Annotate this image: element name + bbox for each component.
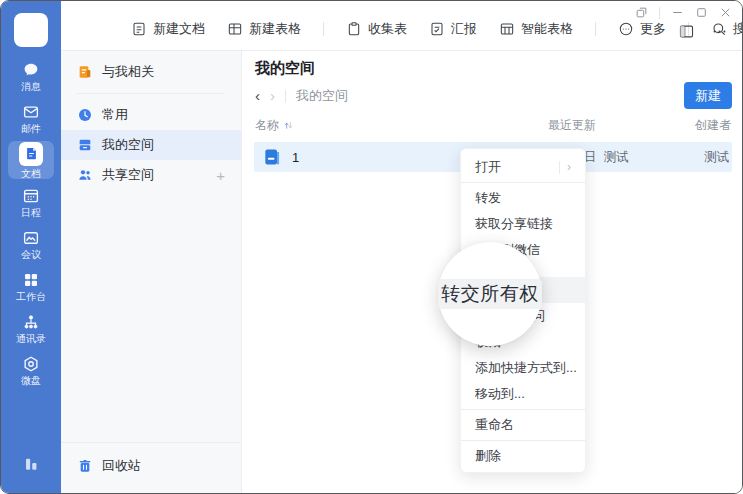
rail-item-contacts[interactable]: 通讯录	[8, 309, 54, 347]
clock-icon	[77, 107, 93, 123]
panel-toggle-icon[interactable]	[678, 23, 695, 40]
add-shared-space-button[interactable]: +	[216, 168, 225, 183]
rail-label: 邮件	[21, 123, 41, 134]
sidebar-item-trash[interactable]: 回收站	[61, 449, 241, 483]
toolbar-more[interactable]: 更多	[618, 20, 666, 38]
file-creator: 测试	[704, 149, 729, 166]
rail-stats[interactable]	[21, 453, 41, 477]
submenu-separator	[559, 161, 560, 174]
avatar[interactable]	[14, 13, 48, 47]
rail-item-wedrive[interactable]: 微盘	[8, 351, 54, 389]
toolbar-separator	[595, 22, 596, 36]
breadcrumb-separator	[285, 90, 286, 103]
popout-icon[interactable]	[635, 6, 648, 19]
rail-item-meetings[interactable]: 会议	[8, 225, 54, 263]
rail-label: 通讯录	[16, 333, 46, 344]
toolbar-report[interactable]: 汇报	[429, 20, 477, 38]
message-icon	[22, 61, 40, 79]
menu-item-get-share-link[interactable]: 获取分享链接	[461, 211, 585, 237]
contacts-icon	[22, 313, 40, 331]
related-docs-icon	[77, 64, 93, 80]
toolbar-label: 汇报	[451, 20, 477, 38]
page-title: 我的空间	[254, 59, 732, 78]
minimize-icon[interactable]	[671, 6, 684, 19]
column-header-name[interactable]: 名称	[255, 117, 294, 134]
menu-item-open[interactable]: 打开 ›	[461, 154, 585, 180]
rail-item-workbench[interactable]: 工作台	[8, 267, 54, 305]
column-header-updated[interactable]: 最近更新	[548, 117, 596, 134]
sidebar-item-my-space[interactable]: 我的空间	[61, 130, 241, 160]
toolbar-label: 智能表格	[521, 20, 573, 38]
menu-item-delete[interactable]: 删除	[461, 443, 585, 469]
magnified-text: 转交所有权	[438, 279, 542, 309]
menu-divider	[461, 409, 585, 410]
back-arrow-icon[interactable]: ‹	[255, 88, 260, 104]
more-icon	[618, 21, 634, 37]
toolbar-smart-sheet[interactable]: 智能表格	[499, 20, 573, 38]
docs-sidebar: 与我相关 常用 我的空间 共享空间 +	[61, 51, 242, 493]
toolbar-label: 新建文档	[153, 20, 205, 38]
rail-item-docs[interactable]: 文档	[8, 141, 54, 179]
topbar: 新建文档 新建表格 收集表 汇报 智能表格	[61, 1, 742, 51]
rail-label: 消息	[21, 81, 41, 92]
menu-divider	[461, 182, 585, 183]
meeting-icon	[22, 229, 40, 247]
forward-arrow-icon[interactable]: ›	[270, 88, 275, 104]
sidebar-item-shared-space[interactable]: 共享空间 +	[61, 160, 241, 190]
column-header-creator[interactable]: 创建者	[695, 117, 731, 134]
trash-icon	[77, 458, 93, 474]
toolbar-new-sheet[interactable]: 新建表格	[227, 20, 301, 38]
rail-label: 工作台	[16, 291, 46, 302]
toolbar: 新建文档 新建表格 收集表 汇报 智能表格	[131, 18, 743, 40]
sidebar-label: 共享空间	[102, 166, 154, 184]
ellipsis-icon[interactable]	[711, 23, 728, 40]
workbench-icon	[22, 271, 40, 289]
toolbar-label: 收集表	[368, 20, 407, 38]
sidebar-label: 我的空间	[102, 136, 154, 154]
sidebar-item-frequent[interactable]: 常用	[61, 100, 241, 130]
rail-label: 会议	[21, 249, 41, 260]
sidebar-divider	[77, 93, 225, 94]
smart-sheet-icon	[499, 21, 515, 37]
rail-item-messages[interactable]: 消息	[8, 57, 54, 95]
close-icon[interactable]	[719, 6, 732, 19]
collect-form-icon	[346, 21, 362, 37]
maximize-icon[interactable]	[695, 6, 708, 19]
sidebar-divider	[61, 442, 241, 443]
topbar-right	[678, 23, 728, 40]
menu-item-rename[interactable]: 重命名	[461, 412, 585, 438]
window-controls	[635, 6, 732, 19]
app-window: 消息 邮件 文档 日程 会议 工作台	[0, 0, 743, 494]
toolbar-label: 新建表格	[249, 20, 301, 38]
my-space-icon	[77, 137, 93, 153]
magnifier-lens: 转交所有权	[438, 242, 542, 346]
breadcrumb[interactable]: 我的空间	[296, 87, 348, 105]
sort-icon[interactable]	[283, 120, 294, 131]
file-name: 1	[292, 150, 299, 165]
left-rail: 消息 邮件 文档 日程 会议 工作台	[1, 1, 61, 493]
table-header: 名称 最近更新 创建者	[254, 114, 732, 138]
menu-item-move-to[interactable]: 移动到...	[461, 381, 585, 407]
menu-divider	[461, 440, 585, 441]
window-controls-separator	[659, 7, 660, 19]
sidebar-bottom: 回收站	[61, 442, 241, 493]
mail-icon	[22, 103, 40, 121]
sidebar-label: 回收站	[102, 457, 141, 475]
sidebar-label: 常用	[102, 106, 128, 124]
toolbar-new-doc[interactable]: 新建文档	[131, 20, 205, 38]
toolbar-separator	[323, 22, 324, 36]
rail-label: 日程	[21, 207, 41, 218]
menu-item-add-shortcut[interactable]: 添加快捷方式到...	[461, 355, 585, 381]
sidebar-item-related[interactable]: 与我相关	[61, 57, 241, 87]
toolbar-label: 更多	[640, 20, 666, 38]
rail-item-calendar[interactable]: 日程	[8, 183, 54, 221]
new-sheet-icon	[227, 21, 243, 37]
bar-chart-icon	[21, 453, 41, 473]
rail-item-mail[interactable]: 邮件	[8, 99, 54, 137]
docs-icon	[19, 142, 43, 166]
toolbar-collect-form[interactable]: 收集表	[346, 20, 407, 38]
doc-file-icon	[262, 147, 282, 167]
menu-item-forward[interactable]: 转发	[461, 185, 585, 211]
new-button[interactable]: 新建	[684, 82, 732, 109]
breadcrumb-row: ‹ › 我的空间 新建	[254, 78, 732, 114]
